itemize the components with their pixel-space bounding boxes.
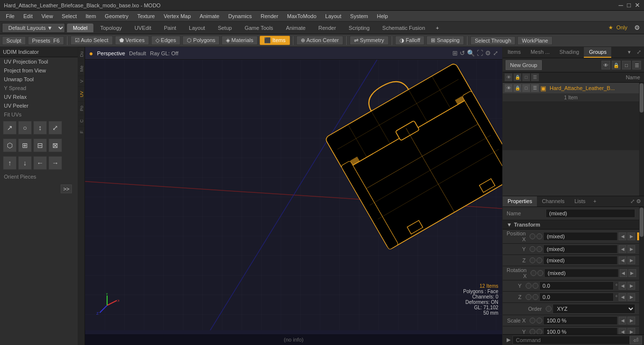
menu-layout[interactable]: Layout — [321, 12, 345, 20]
polygons-button[interactable]: ⬡ Polygons — [182, 36, 220, 45]
col-eye-icon[interactable]: 👁 — [505, 73, 512, 81]
uv-projection-tool[interactable]: UV Projection Tool — [0, 57, 78, 66]
menu-system[interactable]: System — [346, 12, 372, 20]
right-tab-dropdown[interactable]: ▾ — [625, 47, 634, 58]
scale-y-plus[interactable]: ▶ — [627, 328, 635, 334]
vert-tab-pol[interactable]: Po — [78, 101, 85, 115]
position-z-minus[interactable]: ◀ — [619, 256, 626, 264]
menu-animate[interactable]: Animate — [196, 12, 223, 20]
tab-setup[interactable]: Setup — [212, 23, 238, 32]
rotation-y-input[interactable] — [539, 281, 614, 290]
menu-texture[interactable]: Texture — [133, 12, 159, 20]
tool-icon-8[interactable]: ⊠ — [48, 138, 62, 152]
tab-render[interactable]: Render — [312, 23, 342, 32]
action-center-button[interactable]: ⊕ Action Center — [296, 36, 343, 45]
scale-y-input[interactable] — [543, 327, 618, 334]
right-tab-items[interactable]: Items — [503, 47, 526, 58]
position-y-minus[interactable]: ◀ — [619, 245, 626, 253]
scale-x-radio[interactable] — [530, 318, 535, 323]
position-z-radio2[interactable] — [536, 257, 542, 263]
rotation-z-radio[interactable] — [526, 294, 532, 300]
col-lock-icon[interactable]: 🔒 — [513, 73, 521, 81]
rotation-y-radio[interactable] — [526, 283, 532, 289]
project-from-view-tool[interactable]: Project from View — [0, 66, 78, 75]
maximize-button[interactable]: □ — [627, 1, 631, 9]
tool-icon-left[interactable]: ← — [33, 156, 47, 170]
scale-x-minus[interactable]: ◀ — [619, 317, 626, 324]
select-through-button[interactable]: Select Through — [470, 36, 515, 45]
viewport-canvas[interactable]: X Y Z 12 Items Polygons : Face Channels:… — [85, 60, 502, 330]
prop-tab-channels[interactable]: Channels — [537, 196, 569, 207]
transform-section[interactable]: ▼ Transform — [503, 220, 639, 230]
scale-x-plus[interactable]: ▶ — [627, 317, 635, 324]
vert-tab-f[interactable]: F — [78, 126, 85, 138]
tab-game-tools[interactable]: Game Tools — [239, 23, 279, 32]
tool-icon-right[interactable]: → — [48, 156, 62, 170]
items-scrollbar[interactable] — [639, 83, 644, 196]
tab-paint[interactable]: Paint — [158, 23, 182, 32]
position-z-input[interactable] — [543, 256, 618, 265]
layout-dropdown[interactable]: Default Layouts ▼ — [2, 23, 65, 33]
rotation-x-radio[interactable] — [531, 270, 536, 276]
position-y-radio[interactable] — [530, 246, 535, 252]
vert-tab-du[interactable]: Du — [78, 47, 85, 61]
scale-y-minus[interactable]: ◀ — [619, 328, 626, 334]
item-lock-icon[interactable]: 🔒 — [513, 84, 521, 92]
toolbar-icon-1[interactable]: 👁 — [601, 61, 610, 69]
toolbar-icon-4[interactable]: ☰ — [632, 61, 641, 69]
tab-animate[interactable]: Animate — [280, 23, 311, 32]
item-row-briefcase[interactable]: 👁 🔒 □ ☰ ▣ Hard_Attache_Leather_B... — [503, 83, 639, 94]
tool-icon-7[interactable]: ⊟ — [33, 138, 47, 152]
tab-schematic[interactable]: Schematic Fusion — [377, 23, 431, 32]
new-group-button[interactable]: New Group — [506, 60, 542, 70]
items-scrollbar-thumb[interactable] — [640, 83, 644, 113]
scale-x-radio2[interactable] — [536, 318, 542, 323]
viewport-settings-icon[interactable]: ⚙ — [485, 49, 491, 57]
menu-view[interactable]: View — [38, 12, 57, 20]
scale-y-radio[interactable] — [530, 329, 535, 334]
minimize-button[interactable]: ─ — [619, 1, 623, 9]
add-tab-button[interactable]: + — [432, 23, 443, 32]
rotation-x-radio2[interactable] — [537, 270, 543, 276]
workplane-button[interactable]: WorkPlane — [517, 36, 553, 45]
menu-file[interactable]: File — [2, 12, 19, 20]
menu-geometry[interactable]: Geometry — [101, 12, 132, 20]
tool-icon-1[interactable]: ↗ — [3, 121, 17, 135]
menu-item[interactable]: Item — [82, 12, 100, 20]
uv-peeler-tool[interactable]: UV Peeler — [0, 101, 78, 110]
presets-button[interactable]: Presets F6 — [28, 36, 64, 45]
tool-icon-5[interactable]: ⬡ — [3, 138, 17, 152]
viewport-refresh-icon[interactable]: ↺ — [460, 49, 465, 57]
vertices-button[interactable]: ⬟ Vertices — [115, 36, 149, 45]
position-x-minus[interactable]: ◀ — [619, 232, 626, 240]
tool-icon-4[interactable]: ⤢ — [48, 121, 62, 135]
prop-tab-lists[interactable]: Lists — [570, 196, 591, 207]
tab-layout[interactable]: Layout — [183, 23, 211, 32]
prop-tab-properties[interactable]: Properties — [503, 196, 537, 207]
rotation-z-plus[interactable]: ▶ — [627, 293, 635, 301]
position-x-radio[interactable] — [530, 233, 535, 239]
window-controls[interactable]: ─ □ ✕ — [619, 1, 640, 9]
scale-x-input[interactable] — [543, 316, 618, 325]
command-input[interactable] — [512, 336, 630, 345]
position-x-plus[interactable]: ▶ — [627, 232, 635, 240]
more-button[interactable]: >> — [61, 184, 72, 193]
command-submit[interactable]: ⏎ — [630, 336, 642, 345]
viewport[interactable]: ● Perspective Default Ray GL: Off ⊞ ↺ 🔍 … — [85, 47, 502, 345]
position-z-radio[interactable] — [530, 257, 535, 263]
viewport-home-icon[interactable]: ⊞ — [452, 49, 458, 57]
position-x-radio2[interactable] — [536, 233, 542, 239]
menu-maxtomodo[interactable]: MaxToModo — [283, 12, 320, 20]
tool-icon-3[interactable]: ↕ — [33, 121, 47, 135]
toolbar-icon-3[interactable]: □ — [622, 61, 631, 69]
falloff-button[interactable]: ◑ Falloff — [395, 36, 425, 45]
tab-uvedit[interactable]: UVEdit — [129, 23, 157, 32]
menu-dynamics[interactable]: Dynamics — [224, 12, 256, 20]
viewport-search-icon[interactable]: 🔍 — [467, 49, 475, 57]
item-box-icon[interactable]: □ — [522, 84, 530, 92]
auto-select-button[interactable]: ☑ Auto Select — [70, 36, 113, 45]
tool-icon-2[interactable]: ○ — [18, 121, 32, 135]
rotation-z-input[interactable] — [539, 293, 614, 301]
viewport-expand-icon[interactable]: ⤢ — [493, 49, 498, 57]
viewport-shading-label[interactable]: Default — [129, 50, 146, 56]
